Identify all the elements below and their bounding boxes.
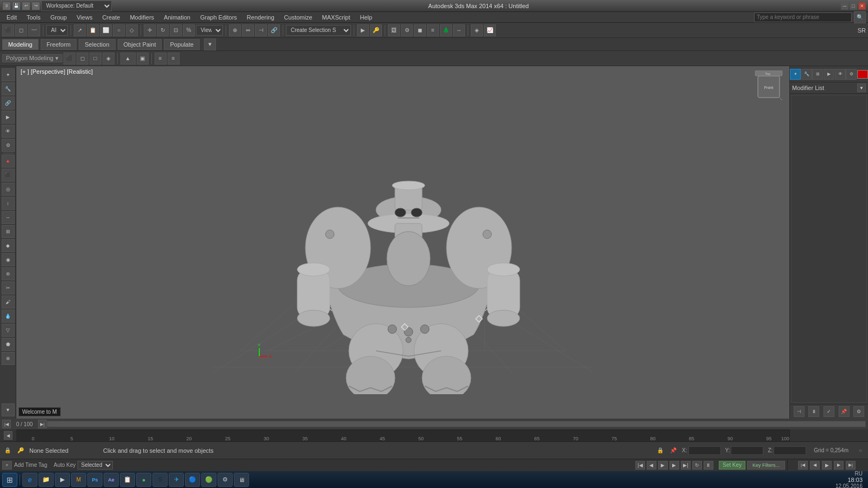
taskbar-app3[interactable]: 🟢	[201, 473, 216, 487]
create-panel-btn[interactable]: ✦	[2, 68, 15, 81]
anim-pin-btn[interactable]: 📌	[839, 406, 850, 417]
scene-explorer-btn[interactable]: 🌲	[440, 24, 452, 36]
side-tool-8[interactable]: ◉	[2, 253, 15, 266]
scale-btn[interactable]: ⊡	[170, 24, 182, 36]
play-btn-2[interactable]: ▶	[658, 461, 668, 470]
anim-set-btn[interactable]: ⊣	[794, 406, 805, 417]
taskbar-app1[interactable]: 📋	[120, 473, 135, 487]
modifier-list-area[interactable]	[791, 95, 867, 403]
taskbar-chrome[interactable]: ●	[136, 473, 151, 487]
freeform-select-btn[interactable]: 〰	[28, 24, 40, 36]
scrub-slider[interactable]	[47, 421, 866, 427]
side-tool-1[interactable]: 🔺	[2, 155, 15, 168]
taskbar-mediaplayer[interactable]: ▶	[55, 473, 70, 487]
poly-tool-6[interactable]: ▣	[137, 53, 149, 65]
poly-tool-5[interactable]: ▲	[120, 53, 136, 65]
poly-tool-2[interactable]: ◻	[76, 53, 88, 65]
quick-access2[interactable]: ↩	[22, 2, 30, 10]
motion-panel-btn[interactable]: ▶	[2, 111, 15, 124]
poly-tool-1[interactable]: ⬛	[63, 53, 75, 65]
view-dropdown[interactable]: View	[196, 25, 223, 36]
align-btn[interactable]: ⊣	[255, 24, 267, 36]
display-panel-btn[interactable]: 👁	[2, 125, 15, 138]
side-tool-6[interactable]: ⊞	[2, 225, 15, 238]
modify-icon-btn[interactable]: 🔧	[801, 69, 812, 80]
taskbar-magic-bullet[interactable]: M	[71, 473, 86, 487]
search-input[interactable]	[754, 12, 852, 22]
tab-object-paint[interactable]: Object Paint	[118, 39, 162, 50]
taskbar-photoshop[interactable]: Ps	[87, 473, 103, 487]
help-search-btn[interactable]: 🔍	[854, 11, 866, 23]
poly-tool-3[interactable]: □	[90, 53, 101, 65]
quick-access3[interactable]: ↪	[31, 2, 40, 10]
transform-gizmo-btn[interactable]: ↔	[453, 24, 465, 36]
track-expand-btn[interactable]: ◀	[4, 431, 12, 440]
menu-edit[interactable]: Edit	[2, 13, 21, 22]
select-by-name-btn[interactable]: 📋	[87, 24, 99, 36]
viewport[interactable]: [+ ] [Perspective] [Realistic]	[16, 66, 789, 419]
select-object-btn[interactable]: ⬛	[2, 24, 14, 36]
filter-dropdown[interactable]: All	[46, 25, 68, 36]
snap-toggle-btn[interactable]: 🔗	[268, 24, 280, 36]
side-tool-11[interactable]: 🖌	[2, 296, 15, 309]
side-tool-15[interactable]: ⊗	[2, 352, 15, 365]
side-tool-4[interactable]: ↕	[2, 197, 15, 210]
maximize-button[interactable]: □	[850, 2, 857, 10]
prev-key-btn[interactable]: |◀	[635, 461, 645, 470]
side-tool-9[interactable]: ⊛	[2, 267, 15, 280]
menu-rendering[interactable]: Rendering	[242, 13, 279, 22]
select-btn[interactable]: ↗	[74, 24, 86, 36]
side-tool-13[interactable]: ▽	[2, 324, 15, 337]
layer-manager-btn[interactable]: ≡	[427, 24, 439, 36]
side-tool-5[interactable]: ↔	[2, 211, 15, 224]
render-frame-btn[interactable]: 🖼	[388, 24, 400, 36]
taskbar-steam[interactable]: S	[152, 473, 168, 487]
pivot-btn[interactable]: ⊕	[229, 24, 241, 36]
next-frame-btn[interactable]: ▶	[669, 461, 679, 470]
frame-next-btn[interactable]: ▶	[834, 461, 844, 470]
set-key-mode-btn[interactable]: ⏸	[704, 461, 713, 470]
anim-config-btn[interactable]: ⚙	[853, 406, 864, 417]
ribbon-expand-btn[interactable]: ▼	[204, 38, 216, 50]
create-selection-dropdown[interactable]: Create Selection S	[286, 25, 351, 36]
select-move-btn[interactable]: ✛	[144, 24, 156, 36]
menu-customize[interactable]: Customize	[280, 13, 317, 22]
menu-help[interactable]: Help	[356, 13, 377, 22]
scrub-start-btn[interactable]: |◀	[2, 420, 11, 428]
utilities-panel-btn[interactable]: ⚙	[2, 139, 15, 152]
tab-populate[interactable]: Populate	[164, 39, 199, 50]
modifier-list-dropdown-btn[interactable]: ▼	[857, 84, 866, 92]
prev-frame-btn[interactable]: ◀	[647, 461, 656, 470]
next-key-btn[interactable]: ▶|	[681, 461, 691, 470]
render-setup-btn[interactable]: ⚙	[401, 24, 413, 36]
close-button[interactable]: ✕	[858, 2, 866, 10]
taskbar-ie[interactable]: e	[22, 473, 37, 487]
mirror-btn[interactable]: ⇔	[242, 24, 254, 36]
schematic-btn[interactable]: ◈	[471, 24, 483, 36]
side-tool-2[interactable]: ⬛	[2, 169, 15, 182]
workspace-dropdown[interactable]: Workspace: Default	[41, 1, 112, 11]
motion-icon-btn[interactable]: ▶	[824, 69, 834, 80]
side-tool-7[interactable]: ◆	[2, 239, 15, 252]
rotate-btn[interactable]: ↻	[157, 24, 169, 36]
start-button[interactable]: ⊞	[2, 473, 17, 487]
poly-select-btn[interactable]: ◇	[126, 24, 138, 36]
create-icon-btn[interactable]: ✦	[790, 69, 801, 80]
auto-key-dropdown[interactable]: Selected	[78, 461, 113, 470]
taskbar-ae[interactable]: Ae	[104, 473, 119, 487]
side-tool-3[interactable]: ◎	[2, 183, 15, 196]
menu-graph-editors[interactable]: Graph Editors	[196, 13, 241, 22]
modify-panel-btn[interactable]: 🔧	[2, 82, 15, 95]
key-filters-btn[interactable]: Key Filters...	[747, 461, 785, 470]
percent-btn[interactable]: %	[183, 24, 195, 36]
rect-select-btn[interactable]: ⬜	[100, 24, 112, 36]
track-numbers[interactable]: 0 5 10 15 20 25 30 35 40 45 50 55 60 65 …	[16, 429, 789, 441]
menu-maxscript[interactable]: MAXScript	[318, 13, 355, 22]
z-input[interactable]	[774, 446, 806, 455]
poly-stack-2[interactable]: ≡	[168, 53, 180, 65]
x-input[interactable]	[688, 446, 721, 455]
menu-animation[interactable]: Animation	[159, 13, 195, 22]
side-tool-14[interactable]: ⬟	[2, 338, 15, 351]
side-tool-10[interactable]: ✂	[2, 281, 15, 294]
select-region-btn[interactable]: ◻	[15, 24, 27, 36]
